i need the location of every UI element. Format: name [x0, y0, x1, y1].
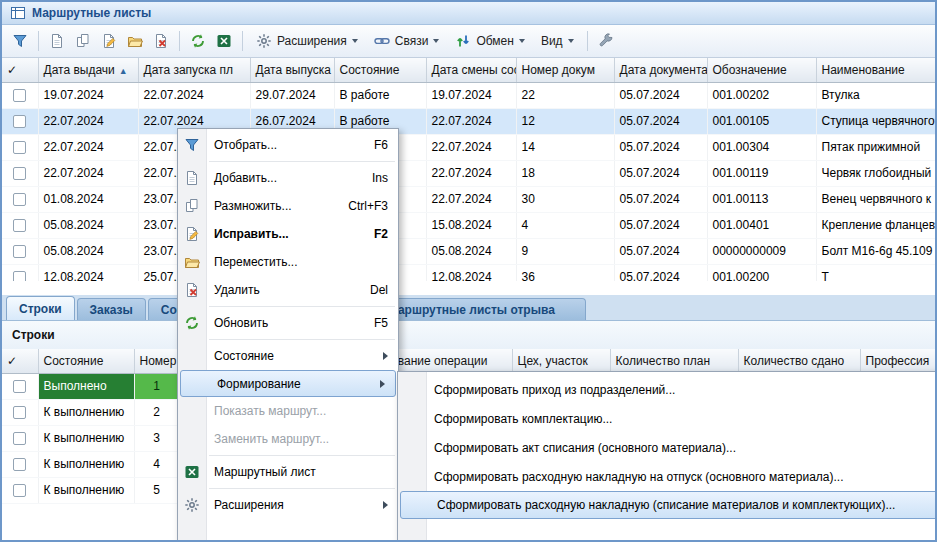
menu-item-state[interactable]: Состояние — [178, 342, 398, 370]
clone-button[interactable] — [71, 29, 95, 53]
cell[interactable]: 12.08.2024 — [426, 264, 516, 281]
cell[interactable]: 05.07.2024 — [614, 238, 707, 264]
table-row[interactable]: 12.08.2024 25.07.2024 12.08.2024 36 05.0… — [2, 264, 937, 281]
status-cell[interactable]: К выполнению — [38, 451, 134, 477]
cell[interactable]: В работе — [334, 82, 426, 108]
menu-item-delete[interactable]: Удалить Del — [178, 276, 398, 304]
row-checkbox[interactable] — [13, 484, 26, 497]
tab-zakazy[interactable]: Заказы — [77, 298, 146, 320]
cell[interactable]: 22.07.2024 — [426, 186, 516, 212]
cell[interactable]: 05.07.2024 — [614, 134, 707, 160]
cell[interactable]: 36 — [516, 264, 614, 281]
cell[interactable]: 05.08.2024 — [38, 212, 138, 238]
cell[interactable]: 05.07.2024 — [614, 82, 707, 108]
cell[interactable]: 22.07.2024 — [38, 134, 138, 160]
status-cell[interactable]: К выполнению — [38, 399, 134, 425]
cell[interactable]: 19.07.2024 — [426, 82, 516, 108]
cell[interactable]: 05.07.2024 — [614, 186, 707, 212]
cell[interactable]: 001.00119 — [707, 160, 816, 186]
cell[interactable]: 001.00200 — [707, 264, 816, 281]
table-row[interactable]: 22.07.2024 22.07.2024 22.07.2024 18 05.0… — [2, 160, 937, 186]
links-menu-button[interactable]: Связи — [367, 30, 447, 52]
cell[interactable]: 5 — [134, 477, 179, 503]
cell[interactable]: 22.07.2024 — [426, 108, 516, 134]
column-header[interactable]: Номер докум — [516, 58, 614, 82]
cell[interactable]: 001.00304 — [707, 134, 816, 160]
row-checkbox[interactable] — [13, 432, 26, 445]
column-header[interactable]: Наименование — [816, 58, 937, 82]
column-header[interactable]: Профессия — [860, 349, 937, 373]
cell[interactable]: 14 — [516, 134, 614, 160]
menu-item-formation[interactable]: Формирование — [180, 370, 396, 397]
cell[interactable]: 22.07.2024 — [38, 108, 138, 134]
refresh-button[interactable] — [186, 29, 210, 53]
cell[interactable]: Втулка — [816, 82, 937, 108]
menu-item-select[interactable]: Отобрать... F6 — [178, 131, 398, 159]
submenu-item-writeoff-invoice[interactable]: Сформировать расходную накладную (списан… — [400, 491, 937, 519]
excel-export-button[interactable] — [212, 29, 236, 53]
row-checkbox[interactable] — [13, 89, 26, 102]
cell[interactable]: 9 — [516, 238, 614, 264]
cell[interactable]: 05.08.2024 — [426, 238, 516, 264]
cell[interactable]: 30 — [516, 186, 614, 212]
menu-item-route-sheet[interactable]: Маршрутный лист — [178, 458, 398, 486]
cell[interactable]: 001.00113 — [707, 186, 816, 212]
cell[interactable]: Червяк глобоидный — [816, 160, 937, 186]
edit-button[interactable] — [97, 29, 121, 53]
column-header[interactable]: Номер — [134, 349, 179, 373]
column-header[interactable]: Дата выпуска — [250, 58, 334, 82]
tab-stroki[interactable]: Строки — [6, 296, 75, 320]
status-cell[interactable]: К выполнению — [38, 425, 134, 451]
cell[interactable]: Болт М16-6g 45.109 — [816, 238, 937, 264]
row-checkbox[interactable] — [13, 245, 26, 258]
add-button[interactable] — [45, 29, 69, 53]
row-checkbox[interactable] — [13, 380, 26, 393]
menu-item-refresh[interactable]: Обновить F5 — [178, 309, 398, 337]
cell[interactable]: 29.07.2024 — [250, 82, 334, 108]
table-row[interactable]: 05.08.2024 23.07.2024 15.08.2024 4 05.07… — [2, 212, 937, 238]
table-row[interactable]: 01.08.2024 23.07.2024 22.07.2024 30 05.0… — [2, 186, 937, 212]
column-header[interactable]: Цех, участок — [512, 349, 610, 373]
cell[interactable]: 3 — [134, 425, 179, 451]
cell[interactable]: 05.07.2024 — [614, 264, 707, 281]
menu-item-clone[interactable]: Размножить... Ctrl+F3 — [178, 192, 398, 220]
column-header[interactable]: Состояние — [38, 349, 134, 373]
row-checkbox[interactable] — [13, 193, 26, 206]
cell[interactable]: Пятак прижимной — [816, 134, 937, 160]
table-row[interactable]: 22.07.2024 22.07.2024 22.07.2024 14 05.0… — [2, 134, 937, 160]
settings-button[interactable] — [594, 29, 618, 53]
menu-item-move[interactable]: Переместить... — [178, 248, 398, 276]
cell[interactable]: Ступица червячного — [816, 108, 937, 134]
view-menu-button[interactable]: Вид — [534, 31, 581, 51]
cell[interactable]: 22 — [516, 82, 614, 108]
move-button[interactable] — [123, 29, 147, 53]
cell[interactable]: 2 — [134, 399, 179, 425]
submenu-item-writeoff-act[interactable]: Сформировать акт списания (основного мат… — [398, 433, 937, 462]
column-header[interactable]: Дата запуска пл — [138, 58, 250, 82]
cell[interactable]: 05.07.2024 — [614, 108, 707, 134]
menu-item-edit[interactable]: Исправить... F2 — [178, 220, 398, 248]
check-column-header[interactable]: ✓ — [2, 58, 38, 82]
cell[interactable]: 05.07.2024 — [614, 212, 707, 238]
cell[interactable]: 22.07.2024 — [138, 82, 250, 108]
cell[interactable]: 12 — [516, 108, 614, 134]
submenu-item-income-from-departments[interactable]: Сформировать приход из подразделений... — [398, 375, 937, 404]
cell[interactable]: 00000000009 — [707, 238, 816, 264]
cell[interactable]: 18 — [516, 160, 614, 186]
table-row[interactable]: 19.07.2024 22.07.2024 29.07.2024 В работ… — [2, 82, 937, 108]
column-header[interactable]: Состояние — [334, 58, 426, 82]
exchange-menu-button[interactable]: Обмен — [448, 30, 532, 52]
cell[interactable]: 22.07.2024 — [426, 134, 516, 160]
submenu-item-kitting[interactable]: Сформировать комплектацию... — [398, 404, 937, 433]
cell[interactable]: Т — [816, 264, 937, 281]
menu-item-extensions[interactable]: Расширения — [178, 491, 398, 519]
row-checkbox[interactable] — [13, 141, 26, 154]
cell[interactable]: 12.08.2024 — [38, 264, 138, 281]
submenu-item-issue-invoice[interactable]: Сформировать расходную накладную на отпу… — [398, 462, 937, 491]
menu-item-add[interactable]: Добавить... Ins — [178, 164, 398, 192]
cell[interactable]: Крепление фланцев — [816, 212, 937, 238]
extensions-menu-button[interactable]: Расширения — [249, 30, 365, 52]
column-header[interactable]: Количество план — [610, 349, 738, 373]
row-checkbox[interactable] — [13, 406, 26, 419]
table-row-selected[interactable]: 22.07.2024 22.07.2024 26.07.2024 В работ… — [2, 108, 937, 134]
